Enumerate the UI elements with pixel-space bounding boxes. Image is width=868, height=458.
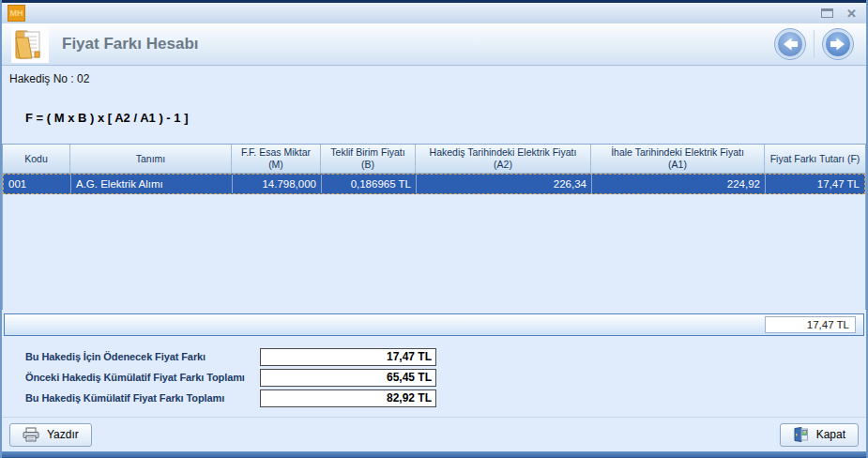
footer-bar: Yazdır Kapat: [2, 417, 866, 451]
label-bu-kumulatif-toplam: Bu Hakediş Kümülatif Fiyat Farkı Toplamı: [25, 392, 260, 404]
exit-door-icon: [793, 427, 809, 442]
label-odenecek-fiyat-farki: Bu Hakediş İçin Ödenecek Fiyat Farkı: [25, 351, 260, 362]
forward-arrow-icon: [821, 27, 855, 61]
window-controls: ✕: [821, 8, 857, 20]
price-difference-table: Kodu Tanımı F.F. Esas Miktar (M) Teklif …: [2, 144, 866, 310]
close-button[interactable]: ✕: [846, 8, 857, 20]
column-header-kodu[interactable]: Kodu: [3, 145, 70, 173]
table-row[interactable]: 001 A.G. Elektrik Alımı 14.798,000 0,186…: [3, 174, 865, 194]
print-button-label: Yazdır: [47, 428, 79, 441]
column-header-fiyat-farki-tutari[interactable]: Fiyat Farkı Tutarı (F): [765, 145, 865, 173]
back-button[interactable]: [773, 27, 807, 61]
maximize-button[interactable]: [821, 8, 833, 18]
folder-icon: [11, 25, 49, 63]
column-header-ihale-elektrik-fiyati[interactable]: İhale Tarihindeki Elektrik Fiyatı (A1): [591, 145, 765, 173]
nav-buttons: [773, 27, 855, 61]
fiyat-farki-window: MH ✕ Fiyat Farkı Hesabı: [0, 0, 868, 458]
summary-row: Bu Hakediş Kümülatif Fiyat Farkı Toplamı: [25, 388, 866, 408]
forward-button[interactable]: [821, 27, 855, 61]
input-odenecek-fiyat-farki[interactable]: [260, 348, 436, 366]
cell-a2: 226,34: [417, 175, 592, 193]
nav-divider: [814, 30, 815, 58]
app-icon[interactable]: MH: [8, 5, 25, 22]
close-form-button[interactable]: Kapat: [780, 423, 859, 447]
summary-row: Önceki Hakediş Kümülatif Fiyat Farkı Top…: [25, 367, 866, 388]
formula-text: F = ( M x B ) x [ A2 / A1 ) - 1 ]: [25, 111, 866, 125]
printer-icon: [23, 427, 39, 442]
total-bar: 17,47 TL: [4, 313, 864, 336]
column-header-hakedis-elektrik-fiyati[interactable]: Hakediş Tarihindeki Elektrik Fiyatı (A2): [416, 145, 591, 173]
input-bu-kumulatif-toplam[interactable]: [260, 389, 436, 407]
cell-fark: 17,47 TL: [766, 175, 864, 193]
table-empty-area: [3, 194, 865, 310]
back-arrow-icon: [773, 27, 807, 61]
cell-birim-fiyat: 0,186965 TL: [322, 175, 417, 193]
header: Fiyat Farkı Hesabı: [2, 23, 866, 66]
input-onceki-kumulatif-toplam[interactable]: [260, 369, 436, 387]
close-form-button-label: Kapat: [816, 428, 845, 441]
hakedis-no-label: Hakediş No : 02: [2, 66, 866, 85]
cell-kodu: 001: [4, 175, 71, 193]
print-button[interactable]: Yazdır: [9, 423, 92, 447]
cell-a1: 224,92: [592, 175, 766, 193]
column-header-tanimi[interactable]: Tanımı: [70, 145, 232, 173]
content: Hakediş No : 02 F = ( M x B ) x [ A2 / A…: [2, 66, 866, 451]
table-header-row: Kodu Tanımı F.F. Esas Miktar (M) Teklif …: [3, 145, 865, 174]
summary-row: Bu Hakediş İçin Ödenecek Fiyat Farkı: [25, 346, 866, 367]
window-bottom-border: [2, 451, 866, 458]
page-title: Fiyat Farkı Hesabı: [62, 35, 199, 53]
label-onceki-kumulatif-toplam: Önceki Hakediş Kümülatif Fiyat Farkı Top…: [25, 372, 260, 383]
cell-tanimi: A.G. Elektrik Alımı: [71, 175, 233, 193]
column-header-ff-esas-miktar[interactable]: F.F. Esas Miktar (M): [232, 145, 321, 173]
cell-miktar: 14.798,000: [233, 175, 322, 193]
total-value: 17,47 TL: [765, 316, 856, 333]
column-header-teklif-birim-fiyati[interactable]: Teklif Birim Fiyatı (B): [321, 145, 416, 173]
titlebar: MH ✕: [2, 0, 866, 23]
summary-fields: Bu Hakediş İçin Ödenecek Fiyat Farkı Önc…: [25, 346, 866, 408]
